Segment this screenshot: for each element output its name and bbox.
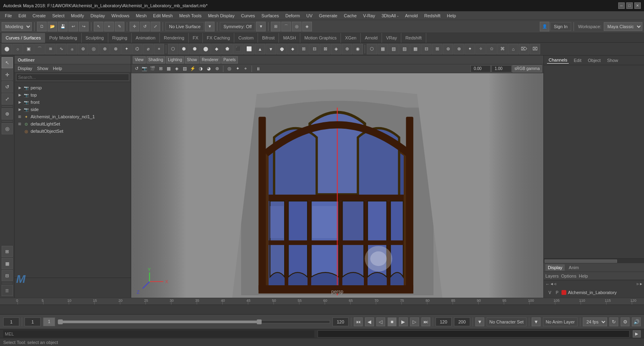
tool-mesh-14[interactable]: ⌂ xyxy=(508,44,518,54)
tool-snap-4[interactable]: ⌒ xyxy=(34,44,45,54)
menu-mesh-display[interactable]: Mesh Display xyxy=(205,12,238,19)
tool-snap-10[interactable]: ⊕ xyxy=(99,44,110,54)
select-tool-button[interactable]: ↖ xyxy=(94,22,103,31)
layers-menu-item[interactable]: Layers xyxy=(545,274,559,278)
workspace-select[interactable]: Maya Classic xyxy=(604,22,642,31)
tool-mesh-9[interactable]: ⊗ xyxy=(454,44,464,54)
tool-shape-8[interactable]: ⬜ xyxy=(244,44,254,54)
character-dropdown[interactable]: ▼ xyxy=(475,317,484,326)
save-button[interactable]: 💾 xyxy=(58,22,68,31)
grid-tool-3[interactable]: ⊟ xyxy=(2,270,13,281)
maximize-button[interactable]: □ xyxy=(626,2,633,9)
rotate-button[interactable]: ↺ xyxy=(140,22,150,31)
symmetry-dropdown[interactable]: ▼ xyxy=(256,22,266,31)
current-frame-input[interactable]: 1 xyxy=(3,317,19,326)
tool-snap-2[interactable]: ○ xyxy=(12,44,23,54)
menu-vray[interactable]: V-Ray xyxy=(360,12,378,19)
cmd-run-button[interactable]: ▶ xyxy=(633,330,641,338)
sign-in-label[interactable]: Sign In xyxy=(550,22,571,31)
tool-shape-13[interactable]: ⊞ xyxy=(298,44,309,54)
skip-end-button[interactable]: ⏭ xyxy=(421,317,430,326)
outliner-search-input[interactable] xyxy=(16,74,129,81)
scale-button[interactable]: ⤢ xyxy=(151,22,160,31)
menu-mesh[interactable]: Mesh xyxy=(132,12,150,19)
tab-sculpting[interactable]: Sculpting xyxy=(82,33,108,43)
vp-menu-panels[interactable]: Panels xyxy=(221,56,238,64)
show-tab[interactable]: Show xyxy=(605,57,620,64)
tool-mesh-4[interactable]: ▨ xyxy=(399,44,410,54)
step-fwd-button[interactable]: ▷ xyxy=(410,317,419,326)
tool-mesh-12[interactable]: ✩ xyxy=(486,44,497,54)
menu-redshift[interactable]: Redshift xyxy=(421,12,444,19)
display-tab[interactable]: Display xyxy=(545,264,565,271)
no-live-surface-label[interactable]: No Live Surface xyxy=(165,22,204,31)
tree-item-alchemist[interactable]: ⊞ ✦ Alchemist_in_Laboratory_ncl1_1 xyxy=(14,113,131,120)
menu-select[interactable]: Select xyxy=(49,12,68,19)
menu-help[interactable]: Help xyxy=(444,12,459,19)
vp-shadow-icon[interactable]: ◑ xyxy=(197,65,204,72)
fps-select[interactable]: 24 fps xyxy=(583,317,607,326)
menu-modify[interactable]: Modify xyxy=(68,12,87,19)
tool-mesh-15[interactable]: ⌦ xyxy=(519,44,529,54)
menu-uv[interactable]: UV xyxy=(303,12,316,19)
tool-shape-5[interactable]: ◆ xyxy=(211,44,222,54)
tab-fx-caching[interactable]: FX Caching xyxy=(203,33,234,43)
vp-menu-renderer[interactable]: Renderer xyxy=(200,56,221,64)
stop-button[interactable]: ■ xyxy=(388,317,396,326)
grid-tool-2[interactable]: ▦ xyxy=(2,258,13,269)
tool-shape-6[interactable]: ⬟ xyxy=(222,44,233,54)
menu-edit[interactable]: Edit xyxy=(15,12,29,19)
menu-windows[interactable]: Windows xyxy=(108,12,133,19)
tool-shape-1[interactable]: ⬡ xyxy=(168,44,178,54)
move-tool[interactable]: ✛ xyxy=(2,69,13,80)
options-menu-item[interactable]: Options xyxy=(561,274,576,278)
no-anim-layer-label[interactable]: No Anim Layer xyxy=(543,317,578,326)
tree-item-top[interactable]: ▶ 📷 top xyxy=(14,91,131,99)
tab-mash[interactable]: MASH xyxy=(279,33,300,43)
tool-mesh-13[interactable]: ⌘ xyxy=(497,44,508,54)
tool-snap-6[interactable]: ∿ xyxy=(56,44,66,54)
tool-snap-12[interactable]: ✦ xyxy=(121,44,132,54)
menu-arnold[interactable]: Arnold xyxy=(402,12,421,19)
loop-button[interactable]: ↻ xyxy=(609,317,618,326)
menu-3dtoall[interactable]: 3DtoAll - xyxy=(378,12,402,19)
scale-tool[interactable]: ⤢ xyxy=(2,93,13,105)
vp-wireframe-icon[interactable]: ▦ xyxy=(165,65,172,72)
rotate-tool[interactable]: ↺ xyxy=(2,81,13,93)
tool-snap-11[interactable]: ⊗ xyxy=(110,44,121,54)
tool-snap-15[interactable]: ⌖ xyxy=(154,44,164,54)
tab-fx[interactable]: FX xyxy=(189,33,203,43)
tool-shape-7[interactable]: ⬛ xyxy=(233,44,244,54)
vp-value1-input[interactable] xyxy=(471,65,491,72)
tool-snap-14[interactable]: ⌀ xyxy=(143,44,153,54)
command-input[interactable] xyxy=(318,330,630,338)
vp-menu-shading[interactable]: Shading xyxy=(147,56,165,64)
tool-shape-17[interactable]: ⊕ xyxy=(342,44,352,54)
select-tool[interactable]: ↖ xyxy=(2,57,13,68)
tool-snap-7[interactable]: ⍟ xyxy=(67,44,77,54)
layer-vis-v[interactable]: V xyxy=(547,290,553,295)
menu-surfaces[interactable]: Surfaces xyxy=(258,12,282,19)
vp-menu-lighting[interactable]: Lighting xyxy=(166,56,184,64)
tool-shape-4[interactable]: ⬤ xyxy=(200,44,211,54)
show-hide-tool[interactable]: ◎ xyxy=(2,123,13,134)
tree-item-objectset[interactable]: ◎ defaultObjectSet xyxy=(14,128,131,135)
layer-item-alchemist[interactable]: V P Alchemist_in_Laboratory xyxy=(545,289,642,296)
menu-mesh-tools[interactable]: Mesh Tools xyxy=(176,12,204,19)
menu-display[interactable]: Display xyxy=(87,12,108,19)
layer-vis-p[interactable]: P xyxy=(554,290,560,295)
tab-animation[interactable]: Animation xyxy=(132,33,160,43)
tool-snap-9[interactable]: ◎ xyxy=(89,44,99,54)
vp-pause-icon[interactable]: ⏸ xyxy=(254,65,262,72)
undo-button[interactable]: ↩ xyxy=(68,22,78,31)
tool-mesh-1[interactable]: ⬡ xyxy=(367,44,377,54)
snap-surface-button[interactable]: ◈ xyxy=(302,22,312,31)
anim-tab[interactable]: Anim xyxy=(566,264,581,271)
tool-mesh-6[interactable]: ⊟ xyxy=(421,44,431,54)
timeline-track[interactable] xyxy=(0,305,644,315)
tree-item-persp[interactable]: ▶ 📷 persp xyxy=(14,84,131,91)
layers-nav-1[interactable]: ◂ xyxy=(551,281,553,286)
tool-shape-16[interactable]: ◈ xyxy=(331,44,341,54)
tool-snap-1[interactable]: ⬤ xyxy=(2,44,12,54)
tab-arnold[interactable]: Arnold xyxy=(361,33,382,43)
